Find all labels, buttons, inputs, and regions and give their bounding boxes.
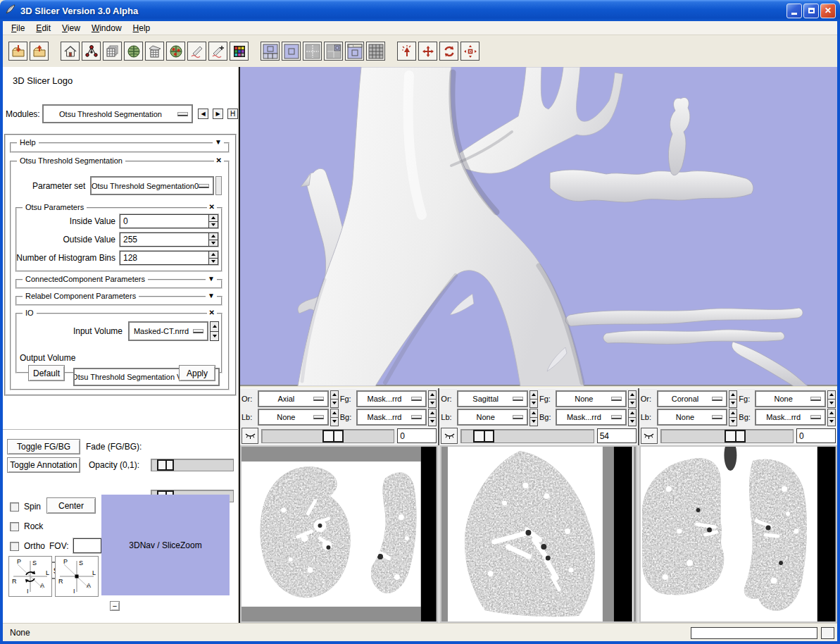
- viewport-3d[interactable]: [240, 67, 837, 386]
- visibility-eye-icon[interactable]: [242, 428, 258, 444]
- fiducials-icon[interactable]: [124, 42, 143, 61]
- background-spinner[interactable]: [628, 409, 637, 426]
- help-section[interactable]: Help ▼: [10, 142, 230, 153]
- mouse-zoom-icon[interactable]: [460, 42, 479, 61]
- visibility-eye-icon[interactable]: [441, 428, 458, 444]
- label-layer-dropdown[interactable]: None: [258, 409, 329, 426]
- rock-checkbox[interactable]: [10, 522, 19, 531]
- scene-tree-icon[interactable]: [82, 42, 101, 61]
- viewport-coronal[interactable]: [639, 445, 837, 623]
- background-dropdown[interactable]: Mask...rrd: [556, 409, 627, 426]
- center-button[interactable]: Center: [46, 497, 96, 514]
- maximize-button[interactable]: [803, 4, 819, 18]
- collapse-icon[interactable]: ▼: [206, 292, 217, 299]
- orientation-axes-widget[interactable]: SI RL PA: [55, 556, 99, 597]
- module-next-button[interactable]: ▶: [213, 109, 223, 119]
- measure-add-icon[interactable]: [208, 42, 227, 61]
- viewport-sagittal[interactable]: [440, 445, 638, 623]
- mouse-pan-icon[interactable]: [418, 42, 437, 61]
- visibility-eye-icon[interactable]: [641, 428, 658, 444]
- background-dropdown[interactable]: Mask...rrd: [356, 409, 427, 426]
- slice-offset-value[interactable]: 54: [597, 428, 637, 443]
- layout-conventional-icon[interactable]: [261, 42, 280, 61]
- save-scene-icon[interactable]: [30, 42, 49, 61]
- volumes-icon[interactable]: [103, 42, 122, 61]
- nav-zoom-widget[interactable]: 3DNav / SliceZoom: [101, 495, 230, 595]
- colors-icon[interactable]: [230, 42, 249, 61]
- background-dropdown[interactable]: Mask...rrd: [755, 409, 826, 426]
- background-spinner[interactable]: [827, 409, 836, 426]
- orientation-spinner[interactable]: [729, 390, 737, 408]
- fiducial-list-icon[interactable]: [166, 42, 185, 61]
- orientation-dropdown[interactable]: Axial: [258, 390, 329, 407]
- foreground-dropdown[interactable]: Mask...rrd: [356, 390, 427, 407]
- connected-component-section[interactable]: ConnectedComponent Parameters ▼: [15, 279, 222, 289]
- toggle-fgbg-button[interactable]: Toggle FG/BG: [7, 439, 80, 454]
- parameter-set-dropdown[interactable]: Otsu Threshold Segmentation0: [90, 176, 214, 195]
- slice-offset-slider[interactable]: [460, 429, 594, 443]
- histogram-bins-field[interactable]: 128: [120, 251, 218, 265]
- mouse-pick-icon[interactable]: [397, 42, 416, 61]
- foreground-spinner[interactable]: [628, 390, 637, 408]
- inside-value-field[interactable]: 0: [120, 214, 218, 228]
- modules-dropdown[interactable]: Otsu Threshold Segmentation: [42, 104, 193, 123]
- module-history-button[interactable]: H: [227, 109, 238, 119]
- foreground-dropdown[interactable]: None: [556, 390, 627, 407]
- fade-slider[interactable]: [151, 459, 234, 471]
- mouse-rotate-icon[interactable]: [439, 42, 458, 61]
- menu-edit[interactable]: Edit: [30, 22, 56, 35]
- nav-zoom-out-button[interactable]: −: [110, 601, 120, 611]
- slice-offset-slider[interactable]: [660, 429, 794, 443]
- close-section-icon[interactable]: ✕: [207, 309, 217, 316]
- minimize-button[interactable]: [786, 4, 802, 18]
- close-section-icon[interactable]: ✕: [207, 203, 217, 211]
- resize-grip[interactable]: [821, 627, 834, 639]
- slice-offset-value[interactable]: 0: [397, 428, 437, 443]
- menu-window[interactable]: Window: [86, 22, 127, 35]
- label-layer-dropdown[interactable]: None: [457, 409, 528, 426]
- orientation-gyro-widget[interactable]: SI RL PA: [8, 556, 52, 597]
- menu-file[interactable]: File: [6, 22, 30, 35]
- load-scene-icon[interactable]: [8, 42, 27, 61]
- layout-3d-corner-icon[interactable]: [324, 42, 343, 61]
- module-prev-button[interactable]: ◀: [198, 109, 208, 119]
- orientation-spinner[interactable]: [330, 390, 339, 408]
- slice-offset-value[interactable]: 0: [796, 428, 836, 443]
- background-spinner[interactable]: [428, 409, 437, 426]
- spin-checkbox[interactable]: [10, 502, 19, 512]
- layout-tabbed-icon[interactable]: [345, 42, 364, 61]
- slice-offset-slider[interactable]: [261, 429, 394, 443]
- slice-model-icon[interactable]: [145, 42, 164, 61]
- foreground-spinner[interactable]: [827, 390, 836, 408]
- parameter-set-spinner[interactable]: [215, 176, 222, 195]
- close-button[interactable]: ✕: [820, 4, 836, 18]
- input-volume-spinner[interactable]: [210, 321, 219, 341]
- menu-help[interactable]: Help: [127, 22, 156, 35]
- collapse-icon[interactable]: ▼: [213, 138, 224, 146]
- menu-view[interactable]: View: [56, 22, 86, 35]
- measure-icon[interactable]: [187, 42, 206, 61]
- viewport-axial[interactable]: [240, 445, 438, 623]
- home-icon[interactable]: [61, 42, 80, 61]
- relabel-component-section[interactable]: Relabel Component Parameters ▼: [15, 296, 222, 306]
- label-layer-dropdown[interactable]: None: [657, 409, 728, 426]
- orientation-dropdown[interactable]: Coronal: [657, 390, 728, 407]
- outside-value-field[interactable]: 255: [120, 233, 218, 247]
- input-volume-dropdown[interactable]: Masked-CT.nrrd: [128, 321, 208, 341]
- fov-input[interactable]: [73, 538, 101, 553]
- title-bar[interactable]: 3D Slicer Version 3.0 Alpha ✕: [0, 0, 840, 21]
- orientation-dropdown[interactable]: Sagittal: [457, 390, 528, 407]
- label-layer-spinner[interactable]: [529, 409, 538, 426]
- ortho-checkbox[interactable]: [10, 542, 19, 551]
- foreground-spinner[interactable]: [428, 390, 437, 408]
- foreground-dropdown[interactable]: None: [755, 390, 826, 407]
- close-section-icon[interactable]: ✕: [214, 156, 224, 164]
- default-button[interactable]: Default: [28, 365, 65, 381]
- apply-button[interactable]: Apply: [179, 365, 215, 381]
- orientation-spinner[interactable]: [529, 390, 538, 408]
- layout-four-up-icon[interactable]: [303, 42, 322, 61]
- layout-3d-only-icon[interactable]: [282, 42, 301, 61]
- toggle-annotation-button[interactable]: Toggle Annotation: [7, 457, 80, 473]
- collapse-icon[interactable]: ▼: [206, 275, 217, 283]
- label-layer-spinner[interactable]: [729, 409, 737, 426]
